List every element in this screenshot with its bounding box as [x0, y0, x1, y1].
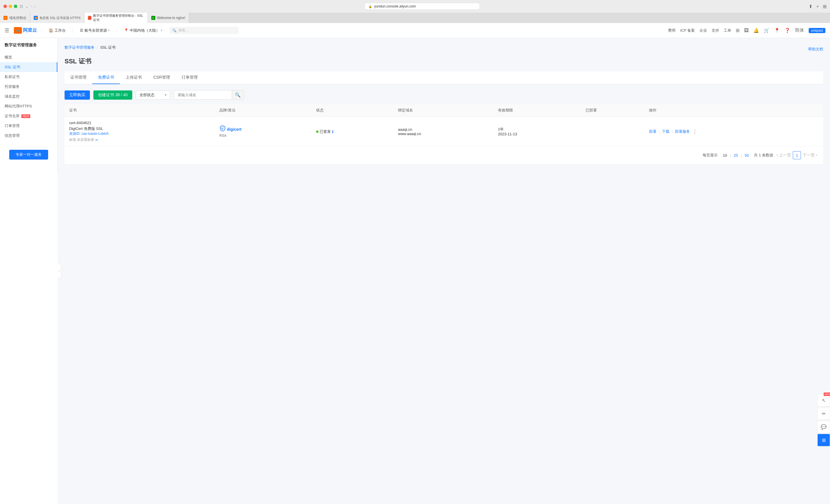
browser-addressbar[interactable]: 🔒 yundun.console.aliyun.com [364, 3, 480, 10]
toolbar: 立即购买 创建证书 38 / 40 全部状态 ▾ 🔍 [65, 90, 823, 100]
tab-icon-domain: 🔶 [3, 16, 7, 20]
dot-green[interactable] [14, 5, 17, 8]
chat-icon: 💬 [821, 424, 827, 430]
forward-icon[interactable]: › [34, 4, 36, 9]
sidebar-item-overview[interactable]: 概览 [0, 53, 57, 62]
status-text: 已签发 [320, 129, 331, 134]
float-cursor-button[interactable]: NEW ↖ [817, 394, 830, 407]
next-page-button[interactable]: 下一页 › [803, 153, 817, 158]
nav-workbench[interactable]: 🏠 工作台 [46, 23, 68, 38]
dot-red[interactable] [3, 5, 7, 8]
tab-free-cert[interactable]: 免费证书 [92, 71, 120, 84]
page-size-10[interactable]: 10 [721, 153, 729, 158]
page-size-50[interactable]: 50 [743, 153, 751, 158]
breadcrumb: 数字证书管理服务 / SSL 证书 [65, 45, 116, 50]
th-validity: 有效期限 [493, 104, 581, 116]
tab-cert-manage[interactable]: 证书管理 [65, 71, 92, 84]
back-icon[interactable]: ‹ [31, 4, 33, 9]
sidebar-item-ssl[interactable]: SSL 证书 [0, 62, 57, 72]
nav-region[interactable]: 📍 中国内地（大陆） ▾ [122, 23, 165, 38]
help-icon[interactable]: ❓ [785, 28, 790, 33]
chevron-down-icon[interactable]: ⌄ [25, 4, 29, 9]
nav-ticket[interactable]: 工单 [724, 28, 731, 33]
breadcrumb-service[interactable]: 数字证书管理服务 [65, 45, 95, 50]
nav-account[interactable]: ☰ 账号全部资源 ▾ [77, 23, 112, 38]
user-avatar[interactable]: uniquez [809, 28, 825, 33]
cert-table: 证书 品牌/算法 状态 绑定域名 有效期限 已部署 操作 [65, 104, 823, 164]
th-brand: 品牌/算法 [215, 104, 311, 116]
apps-icon[interactable]: ⊞ [736, 28, 739, 33]
language-icon[interactable]: 简体 [795, 27, 804, 33]
region-icon: 📍 [124, 28, 129, 33]
page-title: SSL 证书 [65, 57, 823, 66]
browser-nav: ‹ › [31, 4, 36, 9]
more-actions-button[interactable]: ⋮ [692, 129, 697, 135]
expert-service-button[interactable]: 专家一对一服务 [9, 150, 48, 160]
status-info-icon[interactable]: ℹ [332, 129, 333, 134]
sidebar-wrapper: 数字证书管理服务 概览 SSL 证书 私有证书 托管服务 域名监控 网站代理HT… [0, 38, 58, 504]
region-label: 中国内地（大陆） [130, 28, 160, 33]
browser-right-icons: ⬆ ＋ ⊞ [809, 3, 827, 9]
tab-order-manage[interactable]: 订单管理 [176, 71, 203, 84]
nav-icp[interactable]: ICP 备案 [680, 28, 695, 33]
content-area: 数字证书管理服务 / SSL 证书 帮助文档 SSL 证书 证书管理 免费证书 [58, 38, 830, 504]
cert-source[interactable]: 资源ID: cas-ivauto-Lsbtx5 [69, 131, 210, 136]
location-icon[interactable]: 📍 [774, 28, 780, 33]
sidebar-item-order[interactable]: 订单管理 [0, 121, 57, 131]
digicert-name: digicert [227, 127, 242, 132]
sidebar-collapse-button[interactable]: ‹ [58, 264, 61, 278]
download-link[interactable]: 下载 [662, 129, 669, 134]
tab-ssl-guide[interactable]: 🔶 免安装 SSL 证书实现 HTTPS [30, 13, 85, 23]
sidebar: 数字证书管理服务 概览 SSL 证书 私有证书 托管服务 域名监控 网站代理HT… [0, 38, 58, 173]
actions: 部署 | 下载 | 部署服务 ⋮ [649, 129, 819, 135]
status-filter[interactable]: 全部状态 ▾ [136, 91, 170, 100]
nav-enterprise[interactable]: 企业 [699, 28, 707, 33]
tag-edit-icon[interactable]: ✏ [95, 138, 98, 142]
buy-now-button[interactable]: 立即购买 [65, 91, 90, 100]
logo: 🐦 阿里云 [14, 27, 37, 34]
search-button[interactable]: 🔍 [232, 91, 244, 99]
float-chat-button[interactable]: 💬 [817, 421, 830, 433]
share-icon[interactable]: ⬆ [809, 4, 812, 9]
current-page[interactable]: 1 [793, 151, 801, 159]
tab-nginx[interactable]: A Welcome to nginx! [148, 13, 189, 23]
domain-search-input[interactable] [174, 91, 232, 99]
cert-type: DigiCert 免费版 SSL [69, 126, 210, 131]
cart-icon[interactable]: 🛒 [764, 28, 769, 33]
sidebar-item-domain-monitor[interactable]: 域名监控 [0, 92, 57, 101]
sidebar-toggle-icon[interactable]: ⊡ [20, 4, 23, 9]
nav-fees[interactable]: 费用 [668, 28, 675, 33]
nav-divider-1 [41, 28, 42, 33]
float-edit-button[interactable]: ✏ [817, 407, 830, 420]
dot-yellow[interactable] [9, 5, 12, 8]
tab-ssl-console[interactable]: 🔴 数字证书管理服务管理控制台 - SSL 证书 [85, 13, 148, 23]
page-size-20[interactable]: 20 [732, 153, 739, 158]
sidebar-item-cert-warehouse[interactable]: 证书仓库 NEW [0, 111, 57, 121]
bell-icon[interactable]: 🔔 [753, 28, 759, 33]
tab-domain[interactable]: 🔶 域名控制台 [0, 13, 30, 23]
float-qr-button[interactable]: ⊞ [817, 434, 830, 446]
domain-1: aaaqi.cn [398, 127, 489, 132]
nav-support[interactable]: 支持 [711, 28, 719, 33]
nav-search[interactable]: 🔍 搜索... [169, 27, 238, 34]
tab-upload-cert[interactable]: 上传证书 [120, 71, 148, 84]
sidebar-item-private[interactable]: 私有证书 [0, 72, 57, 82]
tab-label-ssl-console: 数字证书管理服务管理控制台 - SSL 证书 [93, 13, 144, 22]
cursor-icon: ↖ [822, 398, 826, 403]
deploy-service-link[interactable]: 部署服务 [675, 129, 690, 134]
deploy-link[interactable]: 部署 [649, 129, 657, 134]
prev-page-button[interactable]: ‹ 上一页 [777, 153, 791, 158]
create-cert-button[interactable]: 创建证书 38 / 40 [93, 91, 132, 100]
new-tab-icon[interactable]: ＋ [815, 3, 820, 9]
menu-button[interactable]: ☰ [5, 27, 9, 34]
sidebar-item-managed[interactable]: 托管服务 [0, 82, 57, 92]
logo-icon: 🐦 [14, 27, 22, 34]
sidebar-item-info[interactable]: 信息管理 [0, 131, 57, 140]
sidebar-panels-icon[interactable]: ⊞ [823, 4, 827, 9]
digicert-shield-icon: d [219, 125, 226, 133]
image-icon[interactable]: 🖼 [744, 28, 749, 33]
sidebar-item-proxy-https[interactable]: 网站代理HTTPS [0, 101, 57, 111]
tab-csr-manage[interactable]: CSR管理 [148, 71, 176, 84]
edit-icon: ✏ [822, 411, 826, 416]
help-link[interactable]: 帮助文档 [808, 47, 823, 52]
